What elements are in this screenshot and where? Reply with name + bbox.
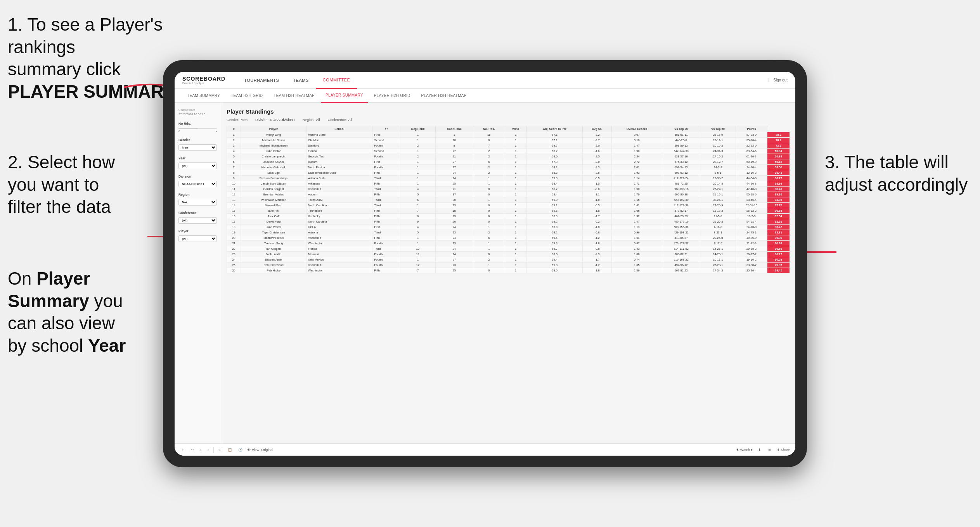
table-cell: 429-198-22: [662, 230, 700, 235]
table-cell: 1: [505, 225, 526, 230]
sub-nav-player-h2h-grid[interactable]: PLAYER H2H GRID: [369, 89, 415, 103]
gender-select[interactable]: Men Women: [178, 144, 217, 151]
gender-section: Gender Men Women: [178, 138, 217, 151]
eye-watch-icon: 👁: [736, 448, 739, 452]
table-cell: 44-26-8: [736, 181, 767, 187]
table-cell: 2: [473, 230, 505, 235]
table-cell: 68.0: [526, 154, 583, 159]
year-select[interactable]: (All) First Second Third Fourth Fifth: [178, 162, 217, 169]
undo-btn[interactable]: ↩: [180, 447, 186, 453]
table-cell: 514-111-52: [662, 246, 700, 252]
table-cell: Auburn: [306, 159, 372, 165]
table-row: 16Alex GoffKentuckyFifth8190168.3-1.71.9…: [227, 214, 790, 219]
table-cell: 1.93: [611, 170, 662, 176]
year-label: Year: [178, 156, 217, 160]
table-cell: 674-33-12: [662, 159, 700, 165]
table-cell: Fifth: [372, 192, 400, 197]
sidebar: Update time: 27/03/2024 16:56:26 No Rds.…: [175, 103, 221, 443]
table-cell: 12: [227, 192, 241, 197]
sub-nav-team-h2h-grid[interactable]: TEAM H2H GRID: [226, 89, 267, 103]
no-rds-slider[interactable]: 0 •: [178, 128, 217, 133]
table-cell: Arkansas: [306, 181, 372, 187]
table-cell: 1: [505, 159, 526, 165]
table-cell: Nicholas Gabrelcik: [241, 165, 306, 170]
player-select[interactable]: (All): [178, 235, 217, 242]
table-cell: Luke Powell: [241, 225, 306, 230]
division-select[interactable]: NCAA Division I NCAA Division II: [178, 181, 217, 187]
table-cell: 2.72: [611, 159, 662, 165]
col-reg-rank: Reg Rank: [400, 126, 436, 132]
nav-item-committee[interactable]: COMMITTEE: [316, 72, 357, 89]
table-cell: 309-82-21: [662, 252, 700, 257]
table-cell: -1.5: [583, 181, 612, 187]
sub-nav-team-h2h-heatmap[interactable]: TEAM H2H HEATMAP: [269, 89, 319, 103]
table-cell: 2.01: [611, 165, 662, 170]
table-cell: Preston Summerhays: [241, 176, 306, 181]
table-cell: Fourth: [372, 154, 400, 159]
table-cell: 440-26-6: [662, 138, 700, 143]
download-btn[interactable]: ⬇: [757, 447, 763, 453]
table-cell: 38.42: [767, 170, 790, 176]
table-cell: 2: [473, 170, 505, 176]
table-cell: 1: [505, 268, 526, 273]
table-cell: Jake Hall: [241, 208, 306, 214]
table-cell: 47-40-3: [736, 187, 767, 192]
sub-nav-team-summary[interactable]: TEAM SUMMARY: [182, 89, 225, 103]
table-cell: 1.61: [611, 235, 662, 241]
nav-item-tournaments[interactable]: TOURNAMENTS: [237, 72, 286, 89]
table-cell: 1: [505, 208, 526, 214]
table-cell: Gordon Sargent: [241, 187, 306, 192]
nav-item-teams[interactable]: TEAMS: [286, 72, 315, 89]
table-cell: 1: [473, 263, 505, 268]
division-label: Division: [178, 175, 217, 178]
table-cell: Third: [372, 246, 400, 252]
share-btn[interactable]: ⬆ Share: [777, 448, 790, 452]
table-cell: Wenyi Ding: [241, 132, 306, 138]
table-cell: 68.4: [526, 181, 583, 187]
sign-out-link[interactable]: Sign out: [773, 78, 788, 82]
table-cell: 13-18-2: [700, 208, 736, 214]
table-cell: Arizona State: [306, 176, 372, 181]
table-cell: Cole Sherwood: [241, 263, 306, 268]
table-cell: 562-82-23: [662, 268, 700, 273]
watch-btn[interactable]: 👁 Watch ▾: [736, 448, 753, 452]
table-cell: David Ford: [241, 219, 306, 225]
clock-btn[interactable]: 🕐: [237, 447, 244, 453]
table-cell: 5: [400, 230, 436, 235]
table-cell: 1: [400, 138, 436, 143]
conference-select[interactable]: (All): [178, 217, 217, 224]
table-cell: Fourth: [372, 263, 400, 268]
table-cell: -1.8: [583, 225, 612, 230]
table-cell: 69.1: [526, 203, 583, 208]
table-cell: -0.2: [583, 219, 612, 225]
sub-nav-player-summary[interactable]: PLAYER SUMMARY: [321, 89, 368, 103]
table-cell: Michael Le Sasso: [241, 138, 306, 143]
col-adj-score: Adj. Score to Par: [526, 126, 583, 132]
forward-btn[interactable]: ›: [206, 447, 210, 453]
region-select[interactable]: N/A All: [178, 199, 217, 206]
table-cell: 467-29-23: [662, 214, 700, 219]
table-cell: 23: [435, 241, 473, 246]
back-btn[interactable]: ‹: [199, 447, 203, 453]
table-cell: 1.47: [611, 143, 662, 149]
table-cell: 19: [227, 230, 241, 235]
table-cell: 39.36: [767, 192, 790, 197]
table-cell: North Carolina: [306, 203, 372, 208]
view-original[interactable]: 👁 View: Original: [247, 448, 273, 452]
table-cell: 1.43: [611, 246, 662, 252]
grid-btn[interactable]: ⊞: [767, 447, 773, 453]
table-cell: 1.41: [611, 203, 662, 208]
redo-btn[interactable]: ↪: [189, 447, 196, 453]
table-cell: 9: [227, 176, 241, 181]
table-cell: Third: [372, 197, 400, 203]
table-cell: 4: [400, 187, 436, 192]
sub-nav-player-h2h-heatmap[interactable]: PLAYER H2H HEATMAP: [417, 89, 471, 103]
table-cell: Phichakon Maichon: [241, 197, 306, 203]
year-section: Year (All) First Second Third Fourth Fif…: [178, 156, 217, 169]
copy-btn[interactable]: ⊞: [217, 447, 223, 453]
table-cell: 489-72-25: [662, 181, 700, 187]
header-pipe: |: [769, 78, 770, 82]
paste-btn[interactable]: 📋: [226, 447, 234, 453]
table-cell: 49-35-9: [736, 235, 767, 241]
table-cell: 10: [227, 181, 241, 187]
